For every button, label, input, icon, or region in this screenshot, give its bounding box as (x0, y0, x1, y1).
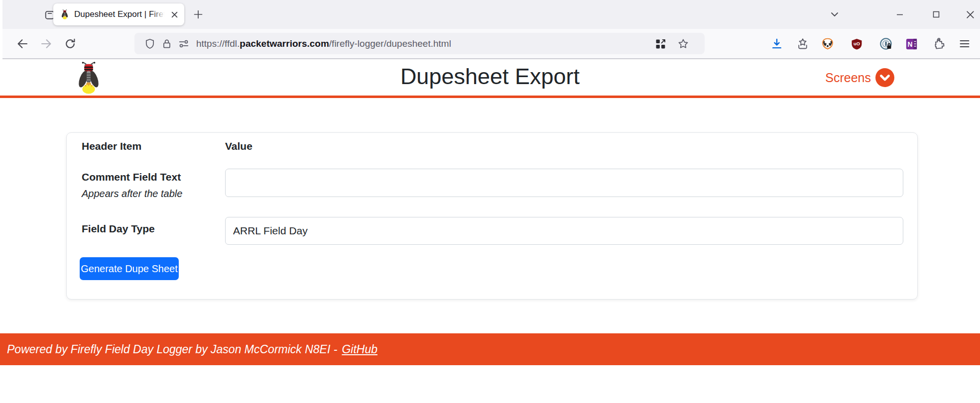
hamburger-menu-icon[interactable] (956, 35, 974, 53)
addon-star-icon[interactable] (794, 35, 812, 53)
svg-text:N: N (907, 40, 912, 48)
window-maximize-button[interactable] (928, 6, 945, 23)
url-domain: packetwarriors.com (240, 38, 329, 49)
url-scheme: https://ffdl. (196, 38, 240, 49)
reload-icon[interactable] (61, 35, 79, 53)
screens-menu-label: Screens (825, 71, 871, 85)
forward-icon[interactable] (37, 35, 55, 53)
svg-text:uO: uO (854, 41, 860, 46)
tab-bar: Dupesheet Export | Firefly Field (2, 0, 980, 29)
privacy-badger-icon[interactable] (819, 35, 837, 53)
export-settings-card: Header Item Value Comment Field Text App… (66, 132, 918, 300)
field-day-type-label: Field Day Type (82, 223, 155, 235)
column-header-value: Value (225, 140, 252, 152)
url-path: /firefly-logger/dupesheet.html (329, 38, 451, 49)
comment-field-hint: Appears after the table (82, 188, 182, 200)
onenote-clipper-icon[interactable]: N (902, 35, 920, 53)
navigation-toolbar: https://ffdl.packetwarriors.com/firefly-… (2, 29, 980, 59)
page-action-squares-icon[interactable] (652, 35, 669, 52)
screens-chevron-icon[interactable] (875, 68, 894, 87)
tab-close-icon[interactable] (168, 8, 181, 21)
downloads-icon[interactable] (768, 35, 786, 53)
extensions-puzzle-icon[interactable] (930, 35, 948, 53)
url-bar[interactable]: https://ffdl.packetwarriors.com/firefly-… (134, 33, 705, 54)
page-footer: Powered by Firefly Field Day Logger by J… (0, 333, 980, 365)
tab-title-fade (152, 5, 168, 23)
github-link[interactable]: GitHub (342, 343, 377, 356)
onepassword-icon[interactable] (877, 35, 895, 53)
back-icon[interactable] (13, 35, 31, 53)
bookmark-star-icon[interactable] (675, 35, 692, 52)
page-header: Dupesheet Export Screens (0, 59, 980, 96)
comment-field-label: Comment Field Text (82, 171, 181, 183)
screens-menu[interactable]: Screens (825, 68, 894, 87)
generate-dupe-sheet-button[interactable]: Generate Dupe Sheet (80, 257, 179, 280)
tracking-shield-icon[interactable] (141, 35, 158, 52)
url-text[interactable]: https://ffdl.packetwarriors.com/firefly-… (196, 38, 451, 49)
ublock-origin-icon[interactable]: uO (848, 35, 865, 53)
lock-icon[interactable] (158, 35, 175, 52)
footer-text: Powered by Firefly Field Day Logger by J… (7, 343, 337, 356)
permissions-icon[interactable] (175, 35, 192, 52)
window-close-button[interactable] (962, 6, 979, 23)
comment-field-input[interactable] (225, 169, 903, 197)
window-minimize-button[interactable] (891, 6, 908, 23)
new-tab-button[interactable] (191, 7, 206, 22)
browser-window: Dupesheet Export | Firefly Field (0, 0, 980, 403)
active-tab[interactable]: Dupesheet Export | Firefly Field (53, 3, 184, 25)
firefly-favicon (60, 9, 70, 19)
list-all-tabs-chevron-icon[interactable] (827, 6, 843, 22)
main-content: Header Item Value Comment Field Text App… (0, 98, 980, 333)
column-header-item: Header Item (82, 140, 141, 152)
field-day-type-input[interactable] (225, 217, 903, 245)
